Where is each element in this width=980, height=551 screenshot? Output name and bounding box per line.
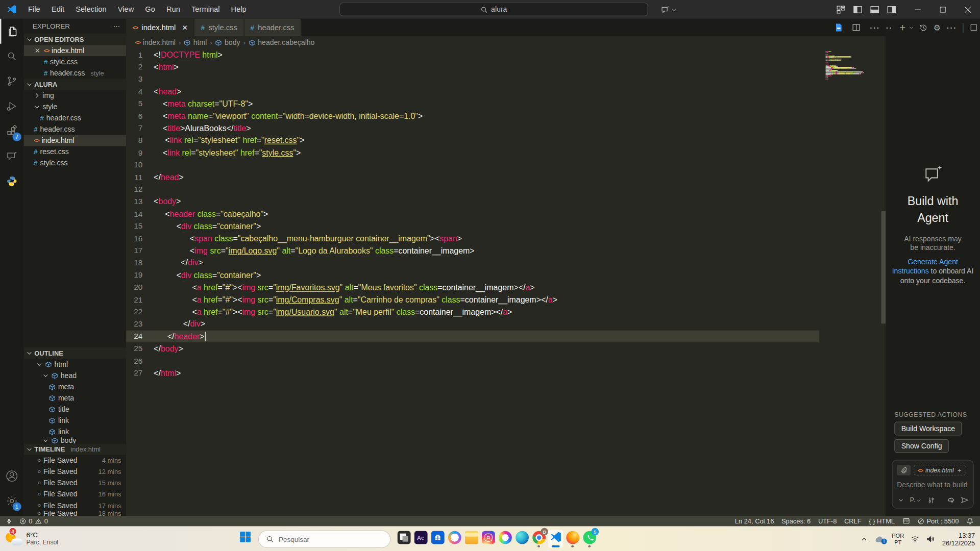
code-line-5[interactable]: 5 <meta charset="UTF-8"> [126, 97, 886, 110]
menu-edit[interactable]: Edit [46, 3, 70, 16]
code-line-26[interactable]: 26 [126, 355, 886, 367]
outline-header[interactable]: OUTLINE [24, 347, 127, 359]
timeline-item[interactable]: ○File Saved12 mins [24, 466, 127, 477]
live-server-port[interactable]: Port : 5500 [917, 517, 959, 525]
add-context-icon[interactable]: ＋ [957, 466, 963, 474]
code-line-23[interactable]: 23 </div> [126, 318, 886, 330]
more-actions-icon[interactable]: ⋯ [886, 21, 892, 33]
more-actions-icon[interactable]: ⋯ [946, 21, 957, 33]
vscode-icon[interactable] [548, 530, 563, 548]
close-icon[interactable]: ✕ [182, 23, 188, 32]
menu-run[interactable]: Run [161, 3, 186, 16]
code-line-15[interactable]: 15 <div class="container"> [126, 220, 886, 232]
scrollbar[interactable] [881, 211, 886, 323]
open-editor-item[interactable]: #style.css [24, 56, 127, 67]
weather-widget[interactable]: 4 6°C Parc. Ensol [5, 529, 58, 546]
photos-icon[interactable] [396, 530, 411, 548]
code-line-24[interactable]: 24 </header> [126, 330, 819, 342]
code-line-10[interactable]: 10 [126, 159, 886, 171]
code-line-20[interactable]: 20 <a href="#"><img src="img/Favoritos.s… [126, 281, 886, 293]
edge-icon[interactable] [514, 530, 529, 548]
code-line-27[interactable]: 27</html> [126, 367, 886, 379]
ms-store-icon[interactable] [430, 530, 445, 548]
instagram-icon[interactable] [481, 530, 496, 548]
search-icon[interactable] [0, 44, 24, 69]
split-editor-icon[interactable] [852, 23, 861, 32]
code-line-12[interactable]: 12 [126, 183, 886, 195]
account-icon[interactable] [0, 464, 24, 489]
firefox-icon[interactable] [565, 530, 580, 548]
file-item[interactable]: #header.css [24, 123, 127, 135]
breadcrumb-item[interactable]: <>index.html [135, 39, 176, 46]
panel-edge-icon[interactable] [970, 24, 977, 32]
customize-layout-icon[interactable] [836, 5, 845, 14]
code-editor[interactable]: 1<!DOCTYPE html>2<html>34<head>5 <meta c… [126, 49, 886, 516]
show-config-button[interactable]: Show Config [894, 439, 949, 453]
code-line-18[interactable]: 18 </div> [126, 257, 886, 269]
code-line-9[interactable]: 9 <link rel="stylesheet" href="style.css… [126, 146, 886, 159]
timeline-item[interactable]: ○File Saved17 mins [24, 500, 127, 511]
settings-gear-icon[interactable]: ⚙ [933, 23, 940, 32]
tab-header.css[interactable]: #header.css [244, 19, 301, 36]
problems-indicator[interactable]: 0 0 [19, 517, 48, 525]
mode-picker[interactable]: P. [910, 496, 921, 503]
code-line-21[interactable]: 21 <a href="#"><img src="img/Compras.svg… [126, 293, 886, 306]
outline-item[interactable]: meta [24, 381, 127, 392]
run-debug-icon[interactable] [0, 94, 24, 119]
history-icon[interactable] [919, 23, 927, 32]
code-line-17[interactable]: 17 <img src="img/Logo.svg" alt="Logo da … [126, 244, 886, 257]
timeline-item[interactable]: ○File Saved16 mins [24, 489, 127, 500]
folder-item[interactable]: img [24, 90, 127, 101]
source-control-icon[interactable] [0, 69, 24, 94]
explorer-icon[interactable] [0, 19, 24, 44]
code-line-19[interactable]: 19 <div class="container"> [126, 269, 886, 281]
clock[interactable]: 13:3726/12/2025 [942, 532, 975, 546]
open-in-browser-icon[interactable] [835, 23, 843, 32]
outline-item[interactable]: link [24, 426, 127, 437]
volume-icon[interactable] [926, 535, 935, 543]
code-line-25[interactable]: 25</body> [126, 342, 886, 355]
close-icon[interactable]: ✕ [34, 46, 41, 55]
language-mode[interactable]: { } HTML [869, 517, 895, 525]
code-line-11[interactable]: 11</head> [126, 171, 886, 183]
outline-item[interactable]: head [24, 370, 127, 381]
toggle-primary-sidebar-icon[interactable] [853, 5, 862, 14]
timeline-item[interactable]: ○File Saved18 mins [24, 511, 127, 516]
extensions-icon[interactable]: 7 [0, 119, 24, 144]
code-line-16[interactable]: 16 <span class="cabeçalho__menu-hamburgu… [126, 232, 886, 244]
command-center[interactable]: alura [339, 3, 648, 16]
chat-input-card[interactable]: <> index.html ＋ Describe what to build P… [892, 460, 973, 509]
code-line-1[interactable]: 1<!DOCTYPE html> [126, 49, 886, 61]
voice-input-icon[interactable] [947, 496, 955, 504]
breadcrumb[interactable]: <>index.html›html›body›header.cabeçalho [126, 36, 886, 48]
more-actions-icon[interactable]: ⋯ [113, 22, 120, 30]
attach-context-button[interactable] [897, 465, 911, 475]
toggle-panel-icon[interactable] [870, 5, 879, 14]
breadcrumb-item[interactable]: header.cabeçalho [249, 39, 315, 46]
copilot-icon[interactable] [447, 530, 462, 548]
menu-selection[interactable]: Selection [70, 3, 112, 16]
open-editor-item[interactable]: #header.cssstyle [24, 67, 127, 79]
taskbar-search[interactable]: Pesquisar [258, 530, 391, 547]
timeline-item[interactable]: ○File Saved4 mins [24, 455, 127, 466]
close-button[interactable] [955, 0, 980, 19]
python-icon[interactable] [0, 169, 24, 194]
context-chip[interactable]: <> index.html ＋ [914, 465, 966, 475]
code-line-8[interactable]: 8 <link rel="stylesheet" href="reset.css… [126, 134, 886, 146]
chat-icon[interactable] [0, 144, 24, 169]
start-icon[interactable] [237, 530, 252, 548]
build-workspace-button[interactable]: Build Workspace [894, 422, 962, 436]
tab-index.html[interactable]: <>index.html✕ [126, 19, 194, 36]
breadcrumb-item[interactable]: html [184, 39, 207, 46]
toggle-secondary-sidebar-icon[interactable] [887, 5, 896, 14]
send-icon[interactable] [961, 496, 969, 504]
code-line-7[interactable]: 7 <title>AluraBooks</title> [126, 122, 886, 134]
outline-item[interactable]: title [24, 404, 127, 415]
menu-help[interactable]: Help [226, 3, 252, 16]
menu-file[interactable]: File [22, 3, 46, 16]
file-explorer-icon[interactable] [464, 530, 479, 548]
timeline-item[interactable]: ○File Saved15 mins [24, 478, 127, 489]
code-line-14[interactable]: 14 <header class="cabeçalho"> [126, 208, 886, 220]
outline-item[interactable]: body [24, 437, 127, 443]
outline-item[interactable]: html [24, 359, 127, 370]
